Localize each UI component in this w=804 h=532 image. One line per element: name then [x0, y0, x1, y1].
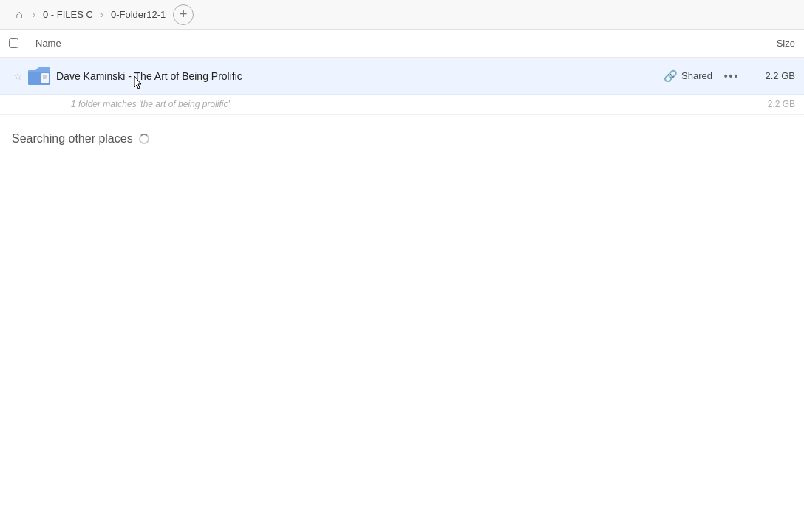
shared-label: Shared [681, 70, 712, 81]
breadcrumb-chevron-1: › [33, 10, 35, 20]
star-icon: ☆ [13, 70, 23, 82]
more-options-button[interactable]: ••• [721, 66, 742, 86]
match-info-row: 1 folder matches 'the art of being proli… [0, 95, 804, 115]
add-breadcrumb-button[interactable]: + [173, 4, 194, 25]
select-all-checkbox[interactable] [9, 38, 18, 48]
column-header: Name Size [0, 30, 804, 58]
shared-badge: 🔗 Shared [664, 69, 712, 83]
select-all-checkbox-col [9, 38, 35, 48]
match-info-size: 2.2 GB [768, 99, 795, 109]
breadcrumb-bar: ⌂ › 0 - FILES C › 0-Folder12-1 + [0, 0, 804, 30]
breadcrumb-item-folder12[interactable]: 0-Folder12-1 [106, 7, 170, 22]
star-button[interactable]: ☆ [9, 70, 27, 82]
match-info-text: 1 folder matches 'the art of being proli… [71, 99, 768, 109]
folder-icon-col [27, 66, 53, 86]
breadcrumb-chevron-2: › [100, 10, 103, 20]
file-size: 2.2 GB [751, 70, 795, 81]
searching-title: Searching other places [12, 132, 792, 146]
size-column-header: Size [736, 38, 795, 49]
searching-section: Searching other places [0, 115, 804, 151]
name-column-header: Name [35, 38, 736, 49]
file-list-item[interactable]: ☆ Dave Kaminski - The Art of Being Proli… [0, 58, 804, 95]
home-breadcrumb[interactable]: ⌂ [9, 4, 30, 25]
file-name: Dave Kaminski - The Art of Being Prolifi… [53, 70, 664, 82]
link-icon: 🔗 [664, 69, 678, 83]
breadcrumb-item-files-c[interactable]: 0 - FILES C [38, 7, 98, 22]
folder-icon [28, 66, 52, 86]
loading-spinner [139, 134, 149, 144]
ellipsis-icon: ••• [724, 70, 740, 82]
home-icon: ⌂ [16, 8, 23, 21]
